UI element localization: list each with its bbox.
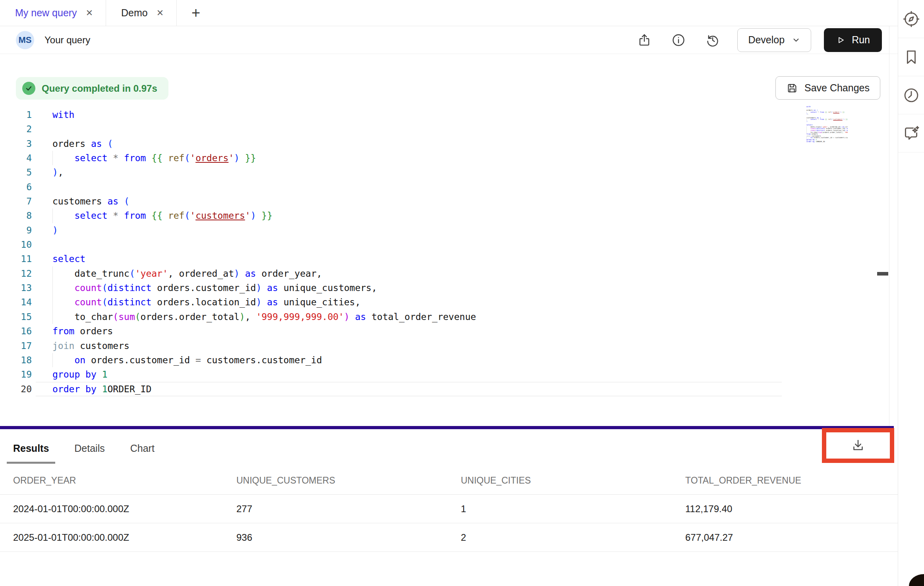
line-text: to_char(sum(orders.order_total), '999,99… [32,310,476,324]
code-line[interactable]: 19group by 1 [0,367,888,382]
code-token: sum [819,131,822,133]
table-row[interactable]: 2024-01-01T00:00:00.000Z2771112,179.40 [0,495,898,523]
code-token: customers.customer_id [834,137,848,139]
tab-demo[interactable]: Demo✕ [106,0,177,26]
line-text: order by 1ORDER_ID [786,141,825,143]
code-token [52,355,74,365]
line-number: 17 [0,339,32,353]
code-line[interactable]: 15 to_char(sum(orders.order_total), '999… [0,310,888,324]
share-icon[interactable] [637,33,651,47]
compass-icon[interactable] [898,0,924,38]
code-token: orders [74,326,113,336]
query-tab-bar: My new query✕Demo✕+ [0,0,898,26]
line-text: date_trunc('year', ordered_at) as order_… [32,266,322,281]
code-token: order by [806,141,815,143]
download-icon [851,438,865,453]
code-token: orders [52,139,91,149]
history-icon[interactable] [706,33,720,47]
code-token: customers.customer_id [201,355,322,365]
code-token [97,384,102,394]
info-icon[interactable] [671,33,686,47]
run-button[interactable]: Run [824,28,882,52]
code-token: , [245,312,256,322]
code-token: ( [130,268,135,279]
results-tab-details[interactable]: Details [74,443,104,454]
code-line[interactable]: 17join customers [0,339,888,353]
code-line[interactable]: 12 date_trunc('year', ordered_at) as ord… [0,266,888,281]
code-token: , ordered_at [168,268,234,279]
line-text: on orders.customer_id = customers.custom… [32,353,322,367]
tab-close-icon[interactable]: ✕ [86,9,93,17]
download-results-button[interactable] [849,437,867,454]
code-line[interactable]: 8 select * from {{ ref('customers') }} [0,208,888,223]
table-cell: 1 [461,503,685,515]
code-line[interactable]: 6 [0,180,888,194]
code-token: ' [190,210,195,221]
code-token: unique_customers, [278,283,377,293]
code-line[interactable]: 20order by 1ORDER_ID [0,382,888,396]
tab-label: Demo [121,7,148,19]
line-number: 10 [0,237,32,252]
results-table-header: ORDER_YEARUNIQUE_CUSTOMERSUNIQUE_CITIEST… [0,466,898,495]
code-line[interactable]: 9) [0,223,888,237]
code-token: ( [124,196,130,206]
results-tab-chart[interactable]: Chart [130,443,155,454]
code-line[interactable]: 14 count(distinct orders.location_id) as… [0,295,888,309]
code-line[interactable]: 1with [0,108,888,122]
bookmark-icon[interactable] [898,38,924,76]
save-icon [786,82,798,94]
code-line[interactable]: 16from orders [0,324,888,338]
code-token: from [124,210,146,221]
right-sidebar [898,0,924,586]
code-token: as [267,297,278,307]
code-line[interactable]: 5), [0,165,888,179]
line-number: 9 [0,223,32,237]
code-token [162,210,168,221]
play-icon [836,35,845,45]
code-token: as [245,268,256,279]
results-tab-results[interactable]: Results [13,443,49,454]
code-token: ) [52,225,58,235]
code-token: group by [52,369,97,380]
line-text [32,122,52,136]
code-line[interactable]: 7customers as ( [0,194,888,208]
code-line[interactable]: 11select [0,252,888,266]
ai-chat-sparkle-icon[interactable] [898,114,924,152]
code-token: ( [135,312,141,322]
code-token: ( [102,283,108,293]
save-changes-button[interactable]: Save Changes [775,76,880,100]
editor-minimap[interactable]: withorders as ( select * from {{ ref('or… [786,106,848,144]
code-token: , [808,113,809,115]
panel-resize-divider[interactable] [0,426,894,429]
table-cell: 277 [236,503,461,515]
sql-editor[interactable]: Query completed in 0.97s Save Changes 1w… [0,54,898,426]
code-area[interactable]: 1with23orders as (4 select * from {{ ref… [0,108,888,396]
avatar: MS [16,31,34,49]
line-text: group by 1 [32,367,108,382]
line-number: 14 [0,295,32,309]
results-panel: ResultsDetailsChart ORDER_YEARUNIQUE_CUS… [0,429,898,586]
tab-my-new-query[interactable]: My new query✕ [0,0,106,26]
code-token: * [113,153,118,163]
code-token [261,297,267,307]
code-token: select [74,153,107,163]
code-token: ) [256,297,261,307]
code-line[interactable]: 4 select * from {{ ref('orders') }} [0,151,888,165]
code-token: select [810,111,817,113]
code-line[interactable]: 2 [0,122,888,136]
history-clock-icon[interactable] [898,76,924,114]
code-token: orders [195,153,228,163]
new-tab-button[interactable]: + [177,0,215,26]
code-line[interactable]: 13 count(distinct orders.customer_id) as… [0,281,888,295]
code-line[interactable]: 10 [0,237,888,252]
editor-scrollbar-handle[interactable] [877,272,888,276]
code-token [52,297,74,307]
table-row[interactable]: 2025-01-01T00:00:00.000Z9362677,047.27 [0,523,898,552]
develop-dropdown[interactable]: Develop [737,28,811,52]
code-line[interactable]: 18 on orders.customer_id = customers.cus… [0,353,888,367]
code-line[interactable]: 3orders as ( [0,137,888,151]
tab-close-icon[interactable]: ✕ [157,9,164,17]
line-text: orders as ( [32,137,113,151]
code-token: with [806,106,810,108]
code-token: 1 [102,384,108,394]
